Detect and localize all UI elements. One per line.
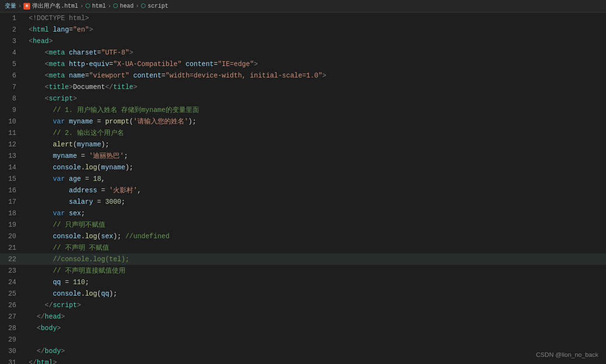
code-token: > bbox=[57, 324, 61, 332]
code-token: = bbox=[97, 49, 101, 56]
code-token: sex bbox=[69, 210, 81, 217]
code-token bbox=[29, 118, 53, 125]
code-token: "X-UA-Compatible" bbox=[113, 60, 181, 68]
code-token: 18 bbox=[93, 175, 101, 183]
line-number: 21 bbox=[0, 242, 24, 254]
code-token: ; bbox=[124, 152, 128, 160]
code-token bbox=[181, 60, 185, 68]
code-token bbox=[29, 164, 53, 171]
line-content: <meta name="viewport" content="width=dev… bbox=[24, 70, 606, 81]
breadcrumb-item-html[interactable]: ⬡ html bbox=[85, 2, 106, 10]
code-token: body bbox=[45, 347, 61, 355]
table-row: 5 <meta http-equiv="X-UA-Compatible" con… bbox=[0, 58, 606, 70]
code-token bbox=[29, 210, 53, 217]
code-editor: 1<!DOCTYPE html>2<html lang="en">3<head>… bbox=[0, 12, 606, 364]
line-content: var myname = prompt('请输入您的姓名'); bbox=[24, 116, 606, 127]
code-token: meta bbox=[49, 49, 65, 56]
line-number: 9 bbox=[0, 104, 24, 116]
line-content: var age = 18, bbox=[24, 173, 606, 185]
breadcrumb-item-file[interactable]: H 弹出用户名.html bbox=[23, 2, 78, 10]
code-token: < bbox=[29, 72, 49, 79]
code-token: myname bbox=[53, 152, 77, 160]
line-number: 27 bbox=[0, 311, 24, 322]
code-token bbox=[65, 118, 69, 125]
code-token: title bbox=[49, 83, 69, 91]
table-row: 25 console.log(qq); bbox=[0, 288, 606, 299]
code-token: content bbox=[133, 72, 161, 79]
code-token bbox=[29, 187, 69, 194]
code-token bbox=[29, 175, 53, 183]
table-row: 27 </head> bbox=[0, 311, 606, 322]
line-content: // 不声明直接赋值使用 bbox=[24, 265, 606, 276]
code-token: "UTF-8" bbox=[101, 49, 129, 56]
code-token: = bbox=[85, 72, 89, 79]
line-number: 6 bbox=[0, 70, 24, 81]
code-token: ); bbox=[101, 141, 109, 148]
breadcrumb-item-head[interactable]: ⬡ head bbox=[113, 2, 134, 10]
line-number: 4 bbox=[0, 47, 24, 58]
code-token bbox=[65, 49, 69, 56]
table-row: 8 <script> bbox=[0, 93, 606, 104]
code-token: body bbox=[41, 324, 57, 332]
variable-icon: 变量 bbox=[5, 2, 16, 10]
line-content: address = '火影村', bbox=[24, 185, 606, 196]
code-token: = bbox=[161, 72, 165, 79]
code-token: console bbox=[53, 164, 81, 171]
table-row: 29 bbox=[0, 334, 606, 345]
code-token: = bbox=[61, 278, 73, 286]
table-row: 1<!DOCTYPE html> bbox=[0, 12, 606, 24]
code-token: lang bbox=[53, 26, 69, 33]
breadcrumb-filename: 弹出用户名.html bbox=[32, 2, 78, 10]
table-row: 17 salary = 3000; bbox=[0, 196, 606, 208]
code-token: html bbox=[37, 359, 53, 364]
breadcrumb-item-variables[interactable]: 变量 bbox=[5, 2, 16, 10]
line-content: qq = 110; bbox=[24, 276, 606, 288]
table-row: 13 myname = '迪丽热巴'; bbox=[0, 150, 606, 162]
code-token: </ bbox=[29, 313, 45, 320]
table-row: 23 // 不声明直接赋值使用 bbox=[0, 265, 606, 276]
code-token: age bbox=[69, 175, 81, 183]
code-token: head bbox=[45, 313, 61, 320]
table-row: 7 <title>Document</title> bbox=[0, 81, 606, 93]
head-tag-icon: ⬡ bbox=[113, 2, 118, 10]
line-number: 16 bbox=[0, 185, 24, 196]
code-token: > bbox=[53, 359, 56, 364]
code-token bbox=[65, 175, 69, 183]
code-token: > bbox=[77, 301, 81, 309]
code-token: 110 bbox=[73, 278, 85, 286]
line-number: 7 bbox=[0, 81, 24, 93]
line-number: 11 bbox=[0, 127, 24, 139]
code-token: html bbox=[33, 26, 49, 33]
code-token: charset bbox=[69, 49, 97, 56]
code-token bbox=[29, 290, 53, 298]
code-token: </ bbox=[29, 301, 53, 309]
line-content bbox=[24, 334, 606, 345]
line-number: 23 bbox=[0, 265, 24, 276]
code-token: ( bbox=[97, 164, 101, 171]
code-token: qq bbox=[53, 278, 61, 286]
line-number: 31 bbox=[0, 357, 24, 364]
code-token: > bbox=[133, 83, 137, 91]
line-number: 13 bbox=[0, 150, 24, 162]
breadcrumb-item-script[interactable]: ⬡ script bbox=[141, 2, 168, 10]
line-content: <!DOCTYPE html> bbox=[24, 12, 606, 24]
code-token: </ bbox=[29, 359, 37, 364]
line-content: <head> bbox=[24, 35, 606, 47]
code-token: content bbox=[186, 60, 214, 68]
code-token: // 不声明 不赋值 bbox=[29, 244, 109, 252]
code-token bbox=[65, 210, 69, 217]
code-token: < bbox=[29, 95, 49, 102]
code-token: ); bbox=[109, 290, 117, 298]
code-token: ( bbox=[73, 141, 77, 148]
code-token: . bbox=[81, 164, 85, 171]
line-content: <body> bbox=[24, 322, 606, 334]
code-token bbox=[29, 198, 69, 206]
code-token: alert bbox=[53, 141, 73, 148]
line-content: // 只声明不赋值 bbox=[24, 219, 606, 231]
line-content: console.log(sex); //undefined bbox=[24, 231, 606, 242]
code-token: = bbox=[97, 187, 109, 194]
code-token: prompt bbox=[105, 118, 129, 125]
breadcrumb-script: script bbox=[147, 3, 168, 10]
breadcrumb-html: html bbox=[92, 3, 106, 10]
code-token bbox=[29, 278, 53, 286]
